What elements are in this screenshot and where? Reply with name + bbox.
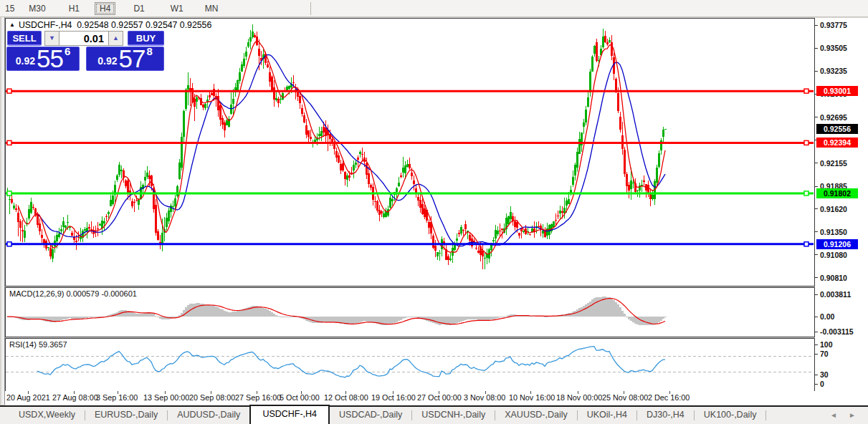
time-axis-tick — [624, 391, 624, 394]
timeframe-button-15[interactable]: 15 — [0, 2, 19, 15]
time-axis-tick — [257, 391, 257, 394]
timeframe-button-m30[interactable]: M30 — [24, 2, 50, 15]
volume-increase-button[interactable]: ▲ — [108, 31, 123, 46]
chart-symbol-label: USDCHF-,H4 — [19, 20, 72, 30]
tab-separator — [766, 410, 766, 420]
rsi-axis-tick — [814, 354, 818, 355]
sell-price-prefix: 0.92 — [16, 55, 35, 67]
time-axis-label: 2 Dec 16:00 — [648, 393, 690, 402]
macd-axis-label: 0.003811 — [820, 290, 851, 299]
time-axis-tick — [669, 391, 670, 394]
tab-xauusd-daily[interactable]: XAUUSD-,Daily — [495, 407, 577, 424]
triangle-up-icon[interactable]: ▲ — [9, 21, 15, 28]
time-axis-tick — [439, 391, 439, 394]
rsi-axis-label: 100 — [820, 340, 833, 349]
current-price-badge: 0.92556 — [816, 124, 858, 134]
time-axis-tick — [211, 391, 211, 394]
chart-ohlc-header: ▲USDCHF-,H4 0.92548 0.92557 0.92547 0.92… — [9, 20, 211, 30]
price-axis-tick — [814, 186, 818, 187]
buy-price[interactable]: 0.92 57 8 — [86, 47, 164, 71]
tabs-scroll-right-button[interactable]: ► — [849, 411, 856, 419]
chevron-up-icon: ▲ — [113, 34, 119, 42]
tab-usdchf-h4[interactable]: USDCHF-,H4 — [249, 405, 330, 424]
price-axis-tick — [814, 25, 818, 26]
time-axis-label: 25 Nov 08:00 — [602, 393, 648, 402]
trading-terminal: 15M30H1H4D1W1MN 20 Aug 202127 Aug 08:003… — [0, 0, 868, 424]
buy-price-sup: 8 — [146, 45, 152, 57]
volume-decrease-button[interactable]: ▼ — [44, 31, 59, 46]
time-axis-label: 27 Aug 08:00 — [52, 393, 98, 402]
time-axis-tick — [578, 391, 578, 394]
price-axis-label: 0.91080 — [820, 251, 847, 259]
price-axis-tick — [814, 208, 818, 209]
macd-axis-tick — [814, 294, 818, 295]
tab-usdx-weekly[interactable]: USDX,Weekly — [9, 407, 85, 424]
rsi-axis-tick — [814, 375, 818, 375]
tab-audusd-daily[interactable]: AUDUSD-,Daily — [168, 407, 249, 424]
buy-button[interactable]: BUY — [128, 31, 164, 46]
time-axis-tick — [165, 391, 166, 394]
price-axis-tick — [814, 71, 818, 72]
volume-input[interactable] — [59, 31, 108, 46]
buy-price-prefix: 0.92 — [97, 55, 117, 67]
rsi-axis-tick — [814, 384, 818, 385]
tab-usdcnh-daily[interactable]: USDCNH-,Daily — [412, 407, 495, 424]
time-axis-label: 3 Sep 16:00 — [96, 393, 138, 402]
price-axis-label: 0.92155 — [820, 159, 847, 168]
sell-button[interactable]: SELL — [7, 31, 42, 46]
price-axis-tick — [814, 277, 818, 278]
tab-ukoil-h4[interactable]: UKOil-,H4 — [578, 407, 636, 424]
rsi-panel[interactable] — [5, 338, 815, 392]
rsi-axis-tick — [814, 344, 818, 345]
tabs-scroll-left-button[interactable]: ◄ — [830, 411, 837, 419]
price-axis-tick — [814, 254, 818, 255]
timeframe-button-mn[interactable]: MN — [200, 2, 224, 15]
hline-price-badge: 0.91802 — [816, 188, 858, 198]
tab-usdcad-daily[interactable]: USDCAD-,Daily — [330, 407, 411, 424]
rsi-axis-label: 30 — [820, 370, 829, 379]
time-axis-label: 5 Oct 00:00 — [280, 393, 320, 402]
time-axis-label: 12 Oct 08:00 — [324, 393, 368, 402]
sell-price-big: 55 — [37, 49, 63, 69]
chevron-down-icon: ▼ — [49, 34, 55, 42]
tab-uk100-daily[interactable]: UK100-,Daily — [695, 407, 766, 424]
timeframe-toolbar: 15M30H1H4D1W1MN — [0, 0, 868, 17]
timeframe-button-h4[interactable]: H4 — [95, 2, 115, 15]
time-axis-label: 13 Sep 00:00 — [143, 393, 189, 402]
time-axis-tick — [393, 391, 394, 394]
time-axis-label: 10 Nov 16:00 — [509, 393, 555, 402]
time-axis-label: 3 Nov 08:00 — [464, 393, 505, 402]
time-axis-tick — [345, 391, 346, 394]
timeframe-button-w1[interactable]: W1 — [166, 2, 189, 15]
tab-dj30-h4[interactable]: DJ30-,H4 — [637, 407, 694, 424]
macd-axis-label: 0.00 — [820, 312, 834, 321]
macd-axis-label: -0.003115 — [820, 327, 854, 336]
chart-tab-bar: USDX,WeeklyEURUSD-,DailyAUDUSD-,DailyUSD… — [0, 405, 868, 424]
time-axis-label: 20 Sep 08:00 — [189, 393, 235, 402]
rsi-axis-label: 0 — [820, 380, 824, 388]
price-axis-tick — [814, 117, 818, 117]
time-axis-tick — [301, 391, 302, 394]
time-axis-tick — [28, 391, 29, 394]
hline-price-badge: 0.93001 — [816, 86, 858, 96]
price-axis-label: 0.93505 — [820, 44, 847, 52]
time-axis-label: 18 Nov 00:00 — [556, 393, 602, 402]
price-axis-label: 0.90810 — [820, 274, 847, 282]
time-axis-label: 27 Sep 16:00 — [235, 393, 281, 402]
tab-eurusd-daily[interactable]: EURUSD-,Daily — [85, 407, 167, 424]
price-axis-tick — [814, 231, 818, 232]
time-axis-tick — [74, 391, 75, 394]
time-axis-tick — [485, 391, 486, 394]
sell-price[interactable]: 0.92 55 6 — [6, 47, 80, 71]
timeframe-button-d1[interactable]: D1 — [128, 2, 149, 15]
price-axis-label: 0.93775 — [820, 21, 847, 29]
one-click-trading-panel: SELL ▼ ▲ BUY 0.92 55 6 0.92 57 8 — [6, 31, 164, 71]
chart-ohlc-values: 0.92548 0.92557 0.92547 0.92556 — [77, 20, 211, 30]
time-axis-tick — [118, 391, 118, 394]
time-axis[interactable]: 20 Aug 202127 Aug 08:003 Sep 16:0013 Sep… — [5, 391, 815, 405]
timeframe-button-h1[interactable]: H1 — [64, 2, 85, 15]
time-axis-label: 19 Oct 16:00 — [371, 393, 416, 402]
price-axis-tick — [814, 48, 818, 49]
hline-price-badge: 0.92394 — [816, 138, 858, 148]
macd-label: MACD(12,26,9) 0.000579 -0.000601 — [9, 289, 137, 298]
